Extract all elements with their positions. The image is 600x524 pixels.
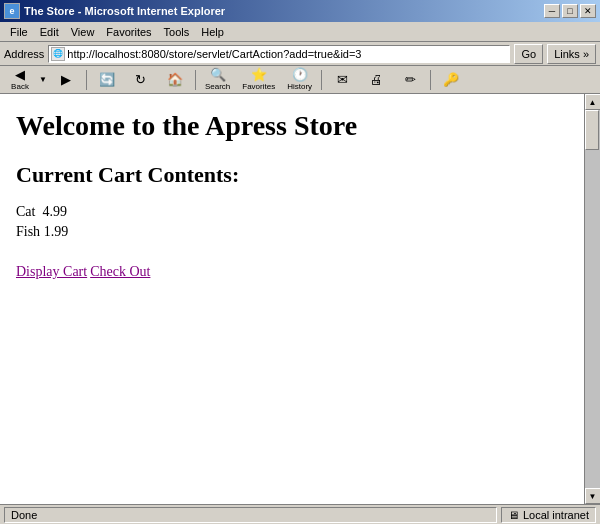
zone-label: Local intranet <box>523 509 589 521</box>
cart-item-name-0: Cat <box>16 204 35 219</box>
window-controls: ─ □ ✕ <box>544 4 596 18</box>
cart-item-price-0: 4.99 <box>42 204 67 219</box>
mail-icon: ✉ <box>337 73 348 86</box>
address-bar: Address 🌐 Go Links » <box>0 42 600 66</box>
section-title: Current Cart Contents: <box>16 162 568 188</box>
status-zone: 🖥 Local intranet <box>501 507 596 523</box>
cart-item-name-1: Fish <box>16 224 40 239</box>
home-button[interactable]: 🏠 <box>159 68 191 92</box>
search-button[interactable]: 🔍 Search <box>200 68 235 92</box>
back-dropdown[interactable]: ▼ <box>38 75 48 84</box>
stop-button[interactable]: 🔄 <box>91 68 123 92</box>
status-message: Done <box>11 509 37 521</box>
cart-item-0: Cat 4.99 <box>16 204 568 220</box>
checkout-link[interactable]: Check Out <box>90 264 150 279</box>
search-icon: 🔍 <box>210 68 226 81</box>
zone-icon: 🖥 <box>508 509 519 521</box>
scroll-up-button[interactable]: ▲ <box>585 94 601 110</box>
menu-favorites[interactable]: Favorites <box>100 24 157 40</box>
menu-bar: File Edit View Favorites Tools Help <box>0 22 600 42</box>
cart-item-1: Fish 1.99 <box>16 224 568 240</box>
stop-icon: 🔄 <box>99 73 115 86</box>
scrollbar-thumb[interactable] <box>585 110 599 150</box>
status-bar: Done 🖥 Local intranet <box>0 504 600 524</box>
history-label: History <box>287 82 312 91</box>
address-input-wrap: 🌐 <box>48 45 510 63</box>
maximize-button[interactable]: □ <box>562 4 578 18</box>
favorites-icon: ⭐ <box>251 68 267 81</box>
mail-button[interactable]: ✉ <box>326 68 358 92</box>
history-button[interactable]: 🕐 History <box>282 68 317 92</box>
status-text: Done <box>4 507 497 523</box>
cart-item-price-1: 1.99 <box>44 224 69 239</box>
close-button[interactable]: ✕ <box>580 4 596 18</box>
tools-extra-button[interactable]: 🔑 <box>435 68 467 92</box>
address-input[interactable] <box>67 48 507 60</box>
browser-content: Welcome to the Apress Store Current Cart… <box>0 94 584 504</box>
toolbar: ◀ Back ▼ ▶ 🔄 ↻ 🏠 🔍 Search ⭐ Favorites 🕐 … <box>0 66 600 94</box>
scrollbar[interactable]: ▲ ▼ <box>584 94 600 504</box>
go-button[interactable]: Go <box>514 44 543 64</box>
address-label: Address <box>4 48 44 60</box>
scrollbar-track <box>585 110 600 488</box>
menu-view[interactable]: View <box>65 24 101 40</box>
menu-edit[interactable]: Edit <box>34 24 65 40</box>
tools-extra-icon: 🔑 <box>443 73 459 86</box>
search-label: Search <box>205 82 230 91</box>
toolbar-separator-1 <box>86 70 87 90</box>
back-label: Back <box>11 82 29 91</box>
browser-content-wrap: Welcome to the Apress Store Current Cart… <box>0 94 600 504</box>
menu-tools[interactable]: Tools <box>158 24 196 40</box>
print-button[interactable]: 🖨 <box>360 68 392 92</box>
home-icon: 🏠 <box>167 73 183 86</box>
forward-icon: ▶ <box>61 73 71 86</box>
cart-links: Display Cart Check Out <box>16 264 568 280</box>
window-title: The Store - Microsoft Internet Explorer <box>24 5 225 17</box>
display-cart-link[interactable]: Display Cart <box>16 264 87 279</box>
menu-help[interactable]: Help <box>195 24 230 40</box>
edit-button[interactable]: ✏ <box>394 68 426 92</box>
toolbar-separator-4 <box>430 70 431 90</box>
back-icon: ◀ <box>15 68 25 81</box>
forward-button[interactable]: ▶ <box>50 68 82 92</box>
toolbar-separator-3 <box>321 70 322 90</box>
favorites-label: Favorites <box>242 82 275 91</box>
minimize-button[interactable]: ─ <box>544 4 560 18</box>
toolbar-separator-2 <box>195 70 196 90</box>
page-title: Welcome to the Apress Store <box>16 110 568 142</box>
edit-icon: ✏ <box>405 73 416 86</box>
print-icon: 🖨 <box>370 73 383 86</box>
scroll-down-button[interactable]: ▼ <box>585 488 601 504</box>
title-bar: e The Store - Microsoft Internet Explore… <box>0 0 600 22</box>
refresh-button[interactable]: ↻ <box>125 68 157 92</box>
refresh-icon: ↻ <box>135 73 146 86</box>
favicon: 🌐 <box>51 47 65 61</box>
menu-file[interactable]: File <box>4 24 34 40</box>
favorites-button[interactable]: ⭐ Favorites <box>237 68 280 92</box>
app-icon: e <box>4 3 20 19</box>
history-icon: 🕐 <box>292 68 308 81</box>
back-button[interactable]: ◀ Back <box>4 68 36 92</box>
links-button[interactable]: Links » <box>547 44 596 64</box>
